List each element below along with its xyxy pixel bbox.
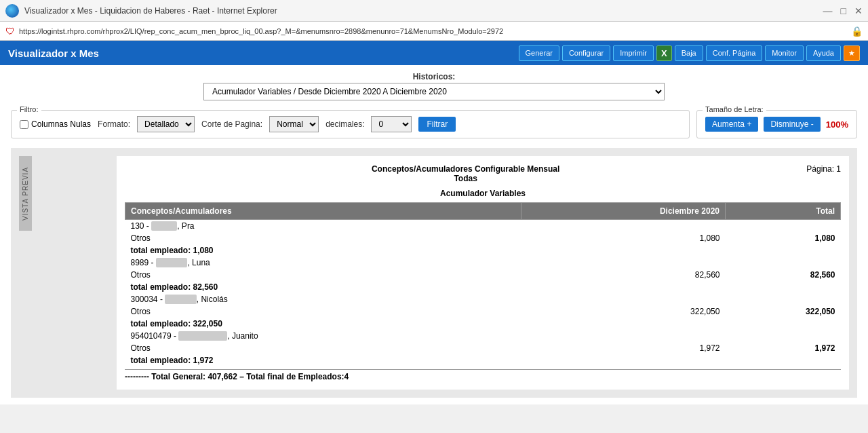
table-row: 8989 - █████, Luna (125, 257, 841, 269)
table-row: Otros 82,560 82,560 (125, 269, 841, 281)
conf-pagina-button[interactable]: Conf. Página (706, 45, 763, 61)
amount-cell: 1,972 (521, 342, 726, 354)
category-cell: Otros (125, 269, 521, 281)
app-header: Visualizador x Mes Generar Configurar Im… (0, 41, 868, 65)
table-row: total empleado: 82,560 (125, 281, 841, 293)
columnas-nulas-checkbox[interactable] (20, 120, 28, 129)
total-empleado-cell: total empleado: 1,080 (125, 244, 841, 257)
url-text[interactable]: https://logintst.rhpro.com/rhprox2/LIQ/r… (19, 27, 847, 35)
corte-pagina-label: Corte de Pagina: (201, 119, 262, 129)
total-cell: 1,080 (725, 232, 840, 244)
report-wrapper: VISTA PREVIA Conceptos/Acumuladores Conf… (11, 148, 857, 398)
font-size-section: Tamaño de Letra: Aumenta + Disminuye - 1… (696, 110, 857, 138)
disminuye-button[interactable]: Disminuye - (764, 117, 820, 132)
data-table: Conceptos/Acumuladores Diciembre 2020 To… (125, 202, 841, 366)
generar-button[interactable]: Generar (519, 45, 559, 61)
report-title-line2: Todas (125, 174, 806, 183)
corte-pagina-select[interactable]: Normal (269, 116, 319, 132)
filtrar-button[interactable]: Filtrar (418, 117, 456, 132)
table-row: total empleado: 322,050 (125, 318, 841, 330)
total-cell: 1,972 (725, 342, 840, 354)
total-empty-cell (725, 220, 840, 233)
security-icon: 🛡 (5, 26, 15, 37)
total-empleado-cell: total empleado: 82,560 (125, 281, 841, 293)
employee-id-cell: 300034 - █████, Nicolás (125, 293, 521, 305)
browser-icon (5, 4, 19, 18)
imprimir-button[interactable]: Imprimir (613, 45, 654, 61)
col-diciembre-header: Diciembre 2020 (521, 203, 726, 220)
decimales-select[interactable]: 0 (371, 116, 412, 132)
total-cell: 82,560 (725, 269, 840, 281)
table-row: total empleado: 1,080 (125, 244, 841, 257)
columnas-nulas-label[interactable]: Columnas Nulas (20, 119, 91, 129)
category-cell: Otros (125, 342, 521, 354)
amount-empty-cell (521, 330, 726, 342)
table-row: Otros 1,972 1,972 (125, 342, 841, 354)
historicos-label: Historicos: (413, 72, 456, 81)
report-title-line1: Conceptos/Acumuladores Configurable Mens… (125, 164, 806, 174)
total-cell: 322,050 (725, 305, 840, 318)
historicos-section: Historicos: Acumulador Variables / Desde… (11, 72, 857, 100)
table-row: 954010479 - ████████, Juanito (125, 330, 841, 342)
employee-id-cell: 954010479 - ████████, Juanito (125, 330, 521, 342)
amount-empty-cell (521, 257, 726, 269)
amount-cell: 1,080 (521, 232, 726, 244)
amount-cell: 322,050 (521, 305, 726, 318)
total-empleado-cell: total empleado: 1,972 (125, 354, 841, 366)
table-row: Otros 1,080 1,080 (125, 232, 841, 244)
minimize-button[interactable]: — (823, 5, 833, 16)
report-page: Página: 1 (806, 164, 841, 183)
monitor-button[interactable]: Monitor (765, 45, 804, 61)
browser-title: Visualizador x Mes - Liquidacion de Habe… (24, 6, 277, 16)
baja-button[interactable]: Baja (675, 45, 703, 61)
columnas-nulas-text: Columnas Nulas (31, 119, 91, 129)
total-empleado-cell: total empleado: 322,050 (125, 318, 841, 330)
configurar-button[interactable]: Configurar (562, 45, 610, 61)
browser-controls: — □ ✕ (823, 5, 863, 16)
decimales-label: decimales: (326, 119, 364, 129)
grand-total-text: --------- Total General: 407,662 – Total… (125, 372, 349, 381)
report-inner: Conceptos/Acumuladores Configurable Mens… (117, 156, 849, 390)
report-container: VISTA PREVIA Conceptos/Acumuladores Conf… (19, 156, 849, 390)
aumenta-button[interactable]: Aumenta + (705, 117, 758, 132)
category-cell: Otros (125, 232, 521, 244)
total-empty-cell (725, 330, 840, 342)
report-title: Conceptos/Acumuladores Configurable Mens… (125, 164, 806, 183)
amount-empty-cell (521, 220, 726, 233)
close-button[interactable]: ✕ (854, 5, 863, 16)
maximize-button[interactable]: □ (841, 5, 846, 16)
table-row: total empleado: 1,972 (125, 354, 841, 366)
app-title: Visualizador x Mes (8, 48, 519, 59)
font-percent: 100% (826, 119, 848, 130)
report-header: Conceptos/Acumuladores Configurable Mens… (125, 164, 841, 183)
formato-select[interactable]: Detallado (137, 116, 195, 132)
table-row: 300034 - █████, Nicolás (125, 293, 841, 305)
grand-total: --------- Total General: 407,662 – Total… (125, 369, 841, 381)
filter-section: Filtro: Columnas Nulas Formato: Detallad… (11, 110, 690, 138)
font-size-legend: Tamaño de Letra: (703, 105, 766, 113)
amount-cell: 82,560 (521, 269, 726, 281)
table-row: Otros 322,050 322,050 (125, 305, 841, 318)
header-buttons: Generar Configurar Imprimir X Baja Conf.… (519, 45, 860, 61)
table-row: 130 - ████, Pra (125, 220, 841, 233)
ayuda-button[interactable]: Ayuda (806, 45, 841, 61)
formato-label: Formato: (98, 119, 130, 129)
amount-empty-cell (521, 293, 726, 305)
section-title: Acumulador Variables (125, 189, 841, 198)
filter-legend: Filtro: (17, 105, 41, 113)
vista-previa-label[interactable]: VISTA PREVIA (19, 156, 32, 231)
browser-titlebar: Visualizador x Mes - Liquidacion de Habe… (0, 0, 868, 22)
total-empty-cell (725, 293, 840, 305)
main-content: Historicos: Acumulador Variables / Desde… (0, 65, 868, 404)
excel-button[interactable]: X (656, 45, 672, 61)
browser-addressbar: 🛡 https://logintst.rhpro.com/rhprox2/LIQ… (0, 22, 868, 41)
col-conceptos-header: Conceptos/Acumuladores (125, 203, 521, 220)
total-empty-cell (725, 257, 840, 269)
star-button[interactable]: ★ (844, 45, 860, 61)
category-cell: Otros (125, 305, 521, 318)
employee-id-cell: 8989 - █████, Luna (125, 257, 521, 269)
table-header-row: Conceptos/Acumuladores Diciembre 2020 To… (125, 203, 841, 220)
historicos-select[interactable]: Acumulador Variables / Desde Diciembre 2… (203, 83, 665, 100)
employee-id-cell: 130 - ████, Pra (125, 220, 521, 233)
vista-previa-tab[interactable]: VISTA PREVIA (19, 156, 38, 390)
